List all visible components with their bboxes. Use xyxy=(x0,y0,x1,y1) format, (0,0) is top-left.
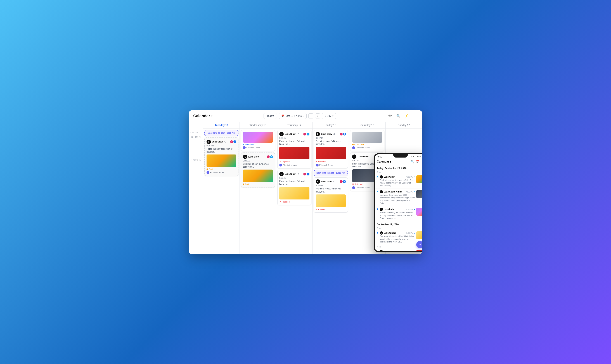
event-header-5: L Luxe Glow 7:30 PM ● xyxy=(380,250,415,251)
brand-avatar: L xyxy=(243,155,247,159)
post-card-saturday-1[interactable]: In Approval Elizabeth Jones xyxy=(350,130,384,151)
post-image-placeholder xyxy=(316,147,346,159)
facebook-icon: f xyxy=(233,140,236,143)
mobile-event-3[interactable]: L Luxe India 4:30 PM ● We are launching … xyxy=(375,206,422,221)
card-header: L Luxe Glow +2 I f xyxy=(279,172,309,176)
event-dot-4 xyxy=(377,232,378,234)
post-card-wednesday-2[interactable]: L Luxe Glow I t 9:30 AM Summer sale of o… xyxy=(241,153,275,188)
post-text: From the House's Beloved lines, the... xyxy=(316,140,346,146)
post-image xyxy=(316,147,346,159)
mobile-search-icon[interactable]: 🔍 xyxy=(411,160,414,163)
view-selector-button[interactable]: 6 Day ▾ xyxy=(322,113,336,119)
author-avatar xyxy=(279,164,282,167)
twitter-badge-2: ● xyxy=(414,191,415,193)
post-image-placeholder xyxy=(316,195,346,207)
event-time-4: 6:30 PM ● xyxy=(406,232,415,234)
status-icons: ▲▲▲ WiFi 🔋 xyxy=(411,156,422,158)
post-image-placeholder xyxy=(279,147,309,159)
post-text: Summer sale of our newest collection... xyxy=(243,163,273,169)
filter-button[interactable]: ⚡ xyxy=(404,113,410,119)
author-avatar xyxy=(352,146,355,149)
mobile-event-4[interactable]: L Luxe Global 6:30 PM ● Our biggest init… xyxy=(375,230,422,245)
time-label-1pm: 1 PM 10 AM xyxy=(189,158,203,181)
twitter-icon: t xyxy=(306,133,309,135)
prev-period-button[interactable]: ‹ xyxy=(308,114,313,118)
event-dot-1 xyxy=(377,176,378,177)
date-range-button[interactable]: 📅 Oct 12-17, 2021 xyxy=(279,113,306,119)
status-badge-approval: In Approval xyxy=(352,143,382,145)
brand-name: Luxe Glow xyxy=(248,156,259,158)
mobile-event-5[interactable]: L Luxe Glow 7:30 PM ● Introducing office… xyxy=(375,248,422,251)
day-header-sunday: Sunday 17 xyxy=(386,122,422,129)
brand-info: L Luxe Glow +2 xyxy=(316,179,335,184)
rejected-icon: ✕ xyxy=(279,160,281,163)
rejected-icon: ✕ xyxy=(279,201,281,203)
event-time-3: 4:30 PM ● xyxy=(406,208,415,210)
post-card-thursday-1[interactable]: L Luxe Glow +2 I t 9:30 AM From the Hous… xyxy=(277,130,311,169)
mobile-scroll-area[interactable]: Today, September 20, 2020 4 pm L Luxe Gl… xyxy=(375,165,422,251)
brand-name: Luxe Glow xyxy=(321,133,332,135)
brand-info: L Luxe Glow +2 xyxy=(316,132,335,136)
view-dropdown-icon: ▾ xyxy=(332,115,333,117)
event-text-4: Our biggest initiative of 2023 is to bri… xyxy=(380,235,415,243)
facebook-icon: f xyxy=(343,180,346,183)
event-time-2: 4:15 PM ● xyxy=(406,191,415,193)
header-center: Today 📅 Oct 12-17, 2021 ‹ › 6 Day ▾ xyxy=(264,113,336,119)
twitter-badge-1: ● xyxy=(414,176,415,178)
best-time-card-tuesday[interactable]: Best time to post - 9:15 AM xyxy=(204,130,239,136)
day-column-thursday: Thursday 14 L Luxe Glow +2 I t xyxy=(276,122,313,254)
search-button[interactable]: 🔍 xyxy=(396,113,401,119)
plus-count: +2 xyxy=(296,133,299,135)
status-badge-draft: Draft xyxy=(243,183,273,185)
calendar-dropdown-icon[interactable]: ▾ xyxy=(211,115,213,117)
next-period-button[interactable]: › xyxy=(315,114,320,118)
mobile-today-section: Today, September 20, 2020 xyxy=(375,165,422,170)
instagram-icon: I xyxy=(340,133,343,135)
post-card-thursday-2[interactable]: L Luxe Glow +2 I f 9:30 AM From the Hous… xyxy=(277,170,311,205)
event-dot-3 xyxy=(377,208,378,210)
brand-info: L Luxe Glow +2 xyxy=(279,172,299,176)
mobile-compose-button[interactable]: ✏ xyxy=(416,241,422,248)
social-icons: I t xyxy=(267,155,273,158)
event-text-2: Last year, there were over 2000+ initiat… xyxy=(380,194,415,205)
author-name: Elizabeth Jones xyxy=(319,164,333,166)
post-card-tuesday-1[interactable]: L Luxe Glow +2 I f 9:30 AM Heres the new… xyxy=(204,137,239,176)
post-card-friday-1[interactable]: L Luxe Glow +2 I f 9:30 AM From the Hous… xyxy=(314,130,348,169)
mobile-time-7pm: 7 pm xyxy=(375,245,422,248)
best-time-card-friday[interactable]: Best time to post - 10:15 AM xyxy=(314,170,348,176)
mobile-event-2[interactable]: L Luxe South Africa 4:15 PM ● Last year,… xyxy=(375,189,422,207)
event-header-4: L Luxe Global 6:30 PM ● xyxy=(380,231,415,234)
today-button[interactable]: Today xyxy=(264,113,277,119)
visibility-button[interactable]: 👁 xyxy=(387,113,393,119)
post-card-friday-2[interactable]: L Luxe Glow +2 I f 9:30 AM From the Hous… xyxy=(314,177,348,213)
more-options-button[interactable]: ··· xyxy=(412,113,418,119)
mobile-yesterday-section: September 19, 2020 xyxy=(375,221,422,226)
post-card-wednesday-1[interactable]: Scheduled Elizabeth Jones xyxy=(241,130,275,151)
brand-name: Luxe Glow xyxy=(285,173,296,175)
app-header: Calendar ▾ Today 📅 Oct 12-17, 2021 ‹ › 6… xyxy=(189,110,422,122)
event-dot-2 xyxy=(377,191,378,192)
day-header-tuesday: Tuesday 12 xyxy=(203,122,239,129)
facebook-icon: f xyxy=(343,133,346,135)
app-title: Calendar xyxy=(193,114,210,118)
mobile-calendar-icon[interactable]: 📅 xyxy=(416,160,420,163)
rejected-icon: ✕ xyxy=(316,208,318,211)
brand-name-4: Luxe Global xyxy=(384,232,396,234)
mobile-event-1[interactable]: L Luxe Glow 4:00 PM ● Book release comin… xyxy=(375,174,422,189)
post-time: 9:30 AM xyxy=(243,160,273,162)
post-time: 9:30 AM xyxy=(316,184,346,187)
signal-icon: ▲▲▲ xyxy=(411,156,416,158)
mobile-app-title: Calendar ▾ xyxy=(377,160,391,163)
card-header: L Luxe Glow I t xyxy=(243,155,273,159)
fb-badge-3: ● xyxy=(414,208,415,210)
social-icons: I f xyxy=(340,180,346,183)
mobile-more-icon[interactable]: ⋮ xyxy=(421,160,422,163)
event-dot-5 xyxy=(377,251,378,251)
status-dot xyxy=(352,144,354,145)
instagram-icon: I xyxy=(303,133,306,135)
day-column-tuesday: Tuesday 12 Best time to post - 9:15 AM L… xyxy=(203,122,240,254)
brand-avatar: L xyxy=(279,132,284,136)
event-content-2: L Luxe South Africa 4:15 PM ● Last year,… xyxy=(380,190,415,205)
time-column: EST IST 12 PM 9 AM 1 PM 10 AM xyxy=(189,122,203,254)
author-row: Elizabeth Jones xyxy=(243,146,273,149)
